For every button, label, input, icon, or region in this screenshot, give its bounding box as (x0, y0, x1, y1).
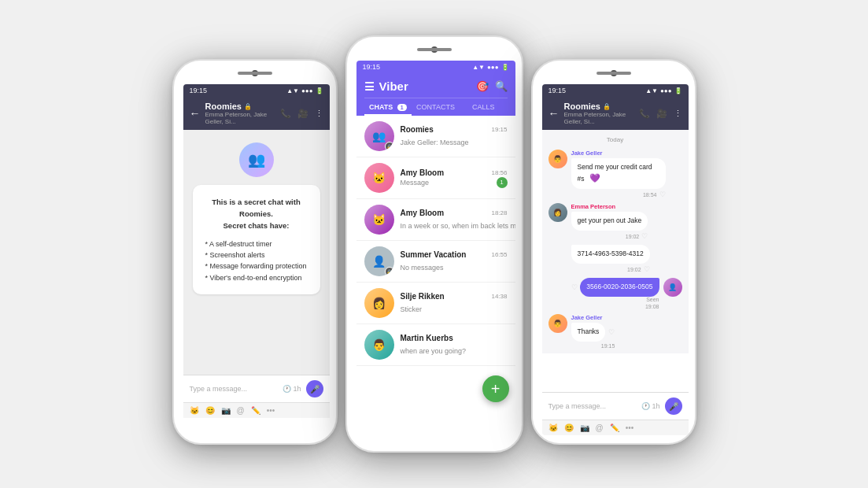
phone1-header-title: Roomies 🔒 (205, 102, 275, 111)
phone3: 19:15 ▲▼ ●●● 🔋 ← Roomies 🔒 (531, 59, 696, 445)
msg-avatar-jake1: 👨 (549, 150, 567, 168)
phone3-emoji-bar: 🐱 😊 📷 @ ✏️ ••• (542, 420, 689, 435)
chat-name-martin: Martin Kuerbs (401, 334, 453, 342)
phone3-input-bar: Type a message... 🕐 1h 🎤 (542, 392, 689, 420)
phone1-doodle-icon[interactable]: ✏️ (251, 406, 260, 415)
phone1-bubble-list: * A self-destruct timer * Screenshot ale… (205, 238, 308, 284)
phone2-status-time: 19:15 (363, 63, 381, 71)
phone1-mic-button[interactable]: 🎤 (306, 380, 323, 397)
tab-calls[interactable]: CALLS (460, 98, 508, 116)
chat-preview-martin: when are you going? (401, 347, 467, 355)
phone3-doodle-icon[interactable]: ✏️ (610, 423, 619, 432)
phone2-tabs: CHATS 1 CONTACTS CALLS (364, 98, 508, 116)
phone2-menu-icon[interactable]: ☰ (364, 80, 375, 93)
msg-time-card1: 19:02 (627, 267, 641, 272)
phone3-more-icon[interactable]: ⋮ (674, 109, 682, 119)
phone1-video-icon[interactable]: 🎥 (297, 109, 308, 119)
phone3-header-icons: 📞 🎥 ⋮ (639, 109, 682, 119)
msg-avatar-sent1: 👤 (663, 278, 682, 297)
msg-row-jake2: 👨 Jake Geller Thanks ♡ 19:15 (549, 314, 682, 349)
msg-avatar-emma1: 👩 (549, 203, 567, 222)
phone2: 19:15 ▲▼ ●●● 🔋 ☰ Viber (345, 35, 523, 453)
phone1-header-icons: 📞 🎥 ⋮ (280, 109, 323, 119)
phone1-chat-header: ← Roomies 🔒 Emma Peterson, Jake Geller, … (183, 97, 330, 130)
chats-badge: 1 (397, 104, 407, 111)
msg-time-emma1: 19:02 (626, 234, 640, 239)
phone1: 19:15 ▲▼ ●●● 🔋 ← Roomies 🔒 (172, 59, 338, 445)
phone3-back-button[interactable]: ← (549, 107, 560, 120)
heart-icon-jake2[interactable]: ♡ (608, 328, 615, 336)
phone1-emoji-smile[interactable]: 😊 (205, 406, 215, 415)
tab-chats[interactable]: CHATS 1 (364, 98, 412, 116)
phone3-status-bar: 19:15 ▲▼ ●●● 🔋 (542, 84, 689, 97)
heart-icon-card1[interactable]: ♡ (644, 265, 650, 273)
phone3-header-subtitle: Emma Peterson, Jake Geller, Si... (564, 111, 634, 125)
phone3-camera-icon[interactable]: 📷 (580, 423, 589, 432)
phone1-input-bar: Type a message... 🕐 1h 🎤 (183, 375, 330, 402)
tab-contacts[interactable]: CONTACTS (412, 98, 460, 116)
heart-icon-emma1[interactable]: ♡ (641, 232, 648, 240)
heart-icon-sent1[interactable]: ♡ (571, 283, 578, 291)
phone3-message-list: Today 👨 Jake Geller Send me your credit … (542, 130, 689, 353)
phone3-header-title: Roomies 🔒 (564, 102, 634, 111)
phone1-at-icon[interactable]: @ (237, 406, 245, 415)
phone1-emoji-bar: 🐱 😊 📷 @ ✏️ ••• (183, 402, 330, 418)
phone3-mic-button[interactable]: 🎤 (665, 397, 682, 415)
msg-row-card1: 3714-4963-5398-4312 19:02 ♡ (549, 245, 682, 273)
chat-item-martin[interactable]: 👨 Martin Kuerbs when are you going? (356, 324, 515, 366)
chat-time-amy2: 18:28 (491, 209, 507, 216)
phone2-inner: 19:15 ▲▼ ●●● 🔋 ☰ Viber (356, 61, 515, 443)
phone1-emoji-face[interactable]: 🐱 (190, 406, 199, 415)
summer-lock: 🔒 (385, 267, 394, 276)
chat-name-amy1: Amy Bloom (401, 168, 445, 177)
chat-name-silje: Silje Rikken (401, 292, 445, 301)
msg-bubble-emma1: get your pen out Jake (571, 212, 648, 231)
heart-icon-jake1[interactable]: ♡ (659, 190, 666, 198)
chat-item-silje[interactable]: 👩 Silje Rikken 14:38 Sticker (356, 283, 515, 324)
phone2-target-icon[interactable]: 🎯 (476, 80, 489, 92)
phone2-fab-button[interactable]: + (482, 375, 509, 402)
chat-name-roomies: Roomies (401, 125, 434, 134)
phone3-chat-header: ← Roomies 🔒 Emma Peterson, Jake Geller, … (542, 97, 689, 130)
msg-bubble-sent1: 3566-0020-2036-0505 (580, 278, 659, 297)
phone1-status-icons: ▲▼ ●●● 🔋 (286, 87, 323, 94)
chat-time-silje: 14:38 (491, 293, 507, 300)
chat-preview-amy1: Message (401, 179, 430, 187)
phone3-video-icon[interactable]: 🎥 (656, 109, 667, 119)
chat-avatar-silje: 👩 (364, 288, 394, 318)
chat-item-amy2[interactable]: 🐱 Amy Bloom 18:28 In a week or so, when … (356, 199, 515, 241)
heart-emoji-jake1: 💜 (589, 173, 600, 183)
phone1-input-placeholder[interactable]: Type a message... (190, 385, 278, 393)
chat-preview-silje: Sticker (401, 305, 423, 313)
phone1-more-icon[interactable]: ⋮ (315, 109, 323, 119)
phone1-group-avatar: 👥 (239, 142, 274, 177)
msg-avatar-jake2: 👨 (549, 314, 567, 333)
phone1-more-emoji[interactable]: ••• (267, 406, 275, 415)
phone1-header-subtitle: Emma Peterson, Jake Geller, Si... (205, 111, 275, 125)
phone1-status-time: 19:15 (190, 87, 208, 94)
chat-avatar-martin: 👨 (364, 330, 394, 360)
phone3-at-icon[interactable]: @ (596, 423, 604, 432)
msg-bubble-card1: 3714-4963-5398-4312 (571, 245, 650, 264)
chat-avatar-summer: 👤 🔒 (364, 246, 394, 276)
chat-name-amy2: Amy Bloom (401, 209, 445, 217)
phone1-back-button[interactable]: ← (190, 107, 201, 120)
msg-sender-jake1: Jake Geller (571, 150, 666, 157)
phone1-lock-icon: 🔒 (244, 103, 252, 110)
phone1-call-icon[interactable]: 📞 (280, 109, 291, 119)
msg-sender-jake2: Jake Geller (571, 314, 615, 321)
phone3-input-placeholder[interactable]: Type a message... (549, 402, 637, 410)
phone3-call-icon[interactable]: 📞 (639, 109, 650, 119)
phone3-emoji-smile[interactable]: 😊 (564, 423, 574, 432)
chat-item-amy1[interactable]: 🐱 Amy Bloom 18:56 Message 1 (356, 157, 515, 199)
phone3-lock-icon: 🔒 (603, 103, 611, 110)
phone2-search-icon[interactable]: 🔍 (495, 80, 508, 92)
chat-item-roomies[interactable]: 👥 🔒 Roomies 19:15 Jake Geller: Message (356, 116, 515, 157)
chat-avatar-amy2: 🐱 (364, 205, 394, 235)
chat-time-amy1: 18:56 (491, 169, 507, 176)
chat-item-summer[interactable]: 👤 🔒 Summer Vacation 16:55 No messages (356, 241, 515, 283)
phone1-inner: 19:15 ▲▼ ●●● 🔋 ← Roomies 🔒 (183, 84, 330, 435)
phone3-more-emoji[interactable]: ••• (626, 423, 634, 432)
phone1-camera-icon[interactable]: 📷 (221, 406, 231, 415)
phone3-emoji-face[interactable]: 🐱 (549, 423, 558, 432)
